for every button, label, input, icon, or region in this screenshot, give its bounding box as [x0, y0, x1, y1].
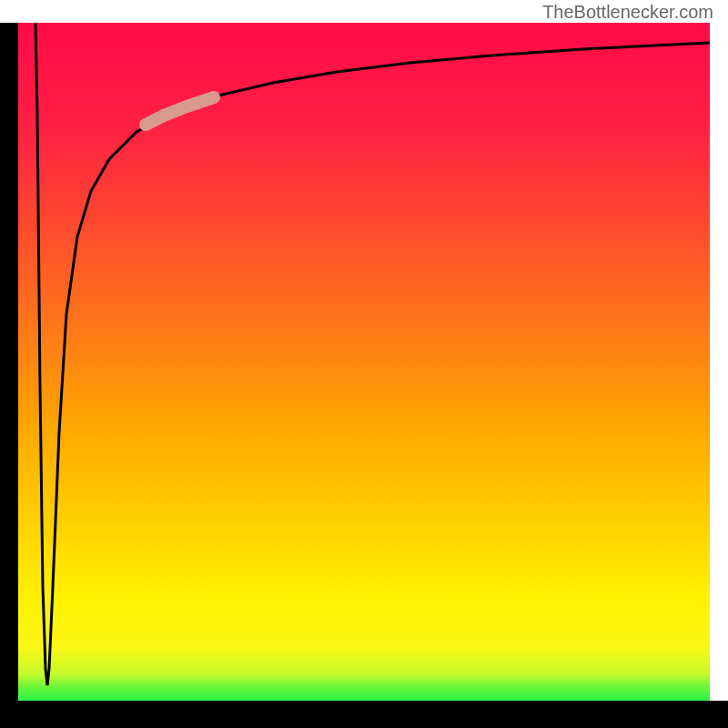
highlight-segment	[146, 97, 214, 125]
x-axis-border	[0, 701, 728, 728]
watermark-text: TheBottlenecker.com	[542, 2, 713, 23]
plot-area	[18, 23, 710, 701]
bottleneck-curve	[18, 23, 710, 701]
chart-container: TheBottlenecker.com	[0, 0, 728, 728]
y-axis-border	[0, 23, 18, 701]
